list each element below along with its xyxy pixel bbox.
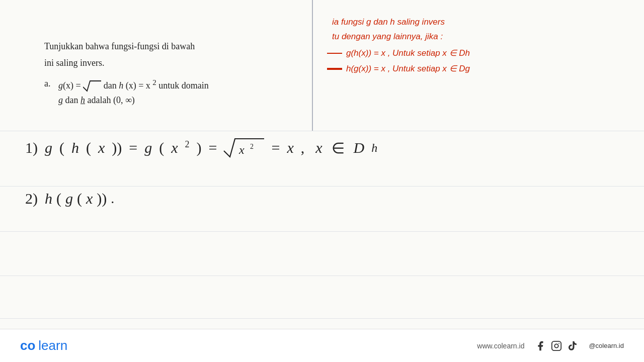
note-line-2: tu dengan yang lainnya, jika : [332,30,639,44]
step2-open1: ( [56,190,61,207]
brand-learn: learn [38,338,67,353]
rule-3 [0,231,644,232]
brand-co: co [20,338,35,353]
problem-intro-1: Tunjukkan bahwa fungsi-fungsi di bawah [44,39,301,54]
rule-4 [0,276,644,276]
rule-1 [0,131,644,131]
step1-x3: x [315,139,322,156]
step1-eq1: = [129,139,137,156]
note-cond-2-text: h(g(x)) = x , Untuk setiap x ∈ Dg [346,62,470,76]
step1-g-h: g [45,139,52,156]
step1-comma: , [301,139,305,156]
step1-eq2: = [209,139,217,156]
step1-open-paren1: ( [59,139,64,156]
problem-intro-2: ini saling invers. [44,56,301,70]
step1-eq3: = [271,139,280,156]
step1-inner1: ( [86,139,91,156]
rule-5 [0,318,644,319]
brand-logo: co learn [20,338,67,353]
svg-text:2: 2 [250,143,254,150]
problem-math-line: g(x) = dan h (x) = x 2 untuk domain [58,76,209,94]
social-icons [534,340,579,352]
footer-right: www.colearn.id [477,340,624,352]
step1-squared: 2 [185,139,190,150]
step2-g: g [65,190,73,207]
footer-url: www.colearn.id [477,342,524,350]
step2-dot: . [111,191,114,207]
h-notation: h [119,80,123,90]
work-step-1: 1) g ( h ( x )) = g ( x 2 ) = x 2 = x , … [25,135,377,161]
step1-x1: x [98,139,105,156]
tiktok-icon [567,340,579,352]
problem-item-a: a. g(x) = dan h (x) = x 2 untuk domain [44,76,301,108]
note-bar-2 [327,68,342,70]
sqrt-x-icon [83,79,101,93]
step1-Dh: D [354,139,365,156]
step2-h: h [45,190,52,207]
note-line-1: ia fungsi g dan h saling invers [332,15,639,30]
rule-2 [0,186,644,187]
page: Tunjukkan bahwa fungsi-fungsi di bawah i… [0,0,644,362]
work-step-2: 2) h ( g ( x )) . [25,190,114,207]
sqrt-x2-icon: x 2 [224,135,264,161]
step2-close: )) [97,190,107,207]
svg-point-6 [559,343,560,344]
step1-sqrt: x 2 [224,135,264,161]
note-bar-1 [327,53,342,54]
step1-open2: ( [159,139,164,156]
note-cond-2: h(g(x)) = x , Untuk setiap x ∈ Dg [327,62,639,76]
g-notation: g [58,80,63,90]
note-cond-1: g(h(x)) = x , Untuk setiap x ∈ Dh [327,46,639,61]
svg-text:x: x [238,143,245,156]
step1-h: h [71,139,79,156]
vertical-separator [312,0,313,131]
step2-label: 2) [25,190,38,207]
problem-text: Tunjukkan bahwa fungsi-fungsi di bawah i… [44,39,301,108]
problem-g-text: dan [104,80,119,90]
step1-close2: ) [197,139,202,156]
g-underline: g [58,95,63,105]
footer: co learn www.colearn.id [0,329,644,362]
facebook-icon [534,340,546,352]
step2-open2: ( [77,190,82,207]
step1-g2: g [144,139,152,156]
step1-x2: x [171,139,178,156]
step1-h-sub: h [371,141,377,155]
footer-handle: @colearn.id [589,342,624,349]
notes-area: ia fungsi g dan h saling invers tu denga… [322,15,639,76]
problem-domain-line: g dan h adalah (0, ∞) [58,93,209,108]
step2-x: x [86,190,93,207]
h-underline: h [80,95,85,105]
step1-close1: )) [112,139,122,156]
svg-point-5 [555,344,558,347]
instagram-icon [550,340,562,352]
note-cond-1-text: g(h(x)) = x , Untuk setiap x ∈ Dh [346,46,470,61]
step1-element: ∈ [332,139,345,157]
step1-label: 1) [25,139,38,156]
svg-rect-4 [552,341,561,350]
step1-x-result: x [287,139,293,156]
problem-label-a: a. [44,76,54,91]
